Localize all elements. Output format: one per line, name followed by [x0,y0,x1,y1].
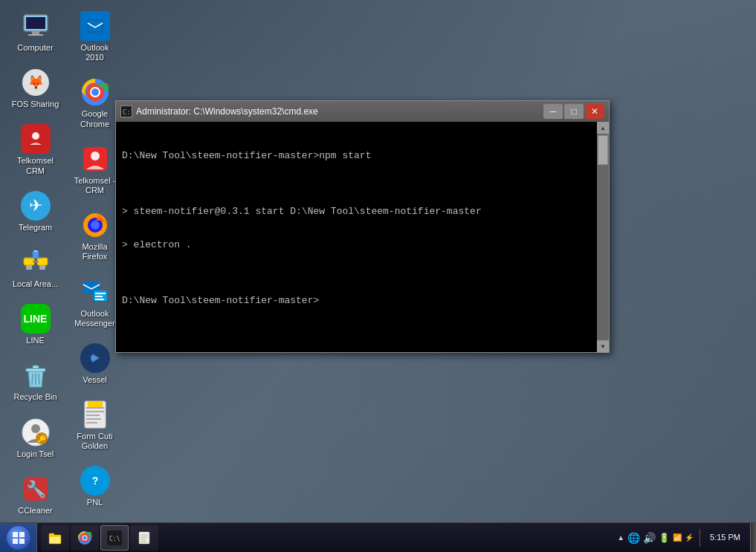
taskbar-item-notepad[interactable] [130,525,158,551]
svg-rect-14 [29,257,42,259]
svg-rect-63 [50,537,60,543]
desktop-icon-outlook2010[interactable]: Outlook 2010 [67,7,123,66]
tray-arrow-icon[interactable]: ▲ [617,533,624,542]
svg-rect-15 [34,250,37,252]
desktop-icon-recycle-bin[interactable]: Recycle Bin [7,357,63,406]
svg-rect-27 [88,20,103,32]
tray-divider [700,529,700,547]
svg-rect-49 [86,415,100,416]
scrollbar-down-arrow[interactable]: ▼ [597,340,609,352]
scrollbar-thumb[interactable] [598,135,608,165]
svg-text:C:\: C:\ [109,536,120,542]
cmd-minimize-button[interactable]: ─ [543,104,563,119]
desktop-icon-pnl[interactable]: ? PNL [67,462,123,511]
svg-rect-3 [32,31,39,34]
cmd-window-buttons: ─ □ ✕ [543,104,604,119]
cmd-maximize-button[interactable]: □ [564,104,584,119]
taskbar: C:\ ▲ � [0,522,756,552]
desktop: Computer 🦊 FOS Sharing Telkomsel [0,0,756,552]
desktop-icon-computer[interactable]: Computer [7,7,63,56]
desktop-icon-telkomsel-crm[interactable]: Telkomsel - CRM [67,140,123,199]
svg-rect-10 [33,261,39,262]
svg-rect-9 [37,258,48,265]
cmd-titlebar: C:\ Administrator: C:\Windows\system32\c… [116,101,609,122]
recycle-bin-label: Recycle Bin [13,392,56,402]
svg-rect-51 [86,422,97,423]
start-orb [7,526,30,550]
svg-point-34 [91,152,100,160]
taskbar-item-cmd[interactable]: C:\ [100,525,129,551]
cmd-close-button[interactable]: ✕ [585,104,604,119]
scrollbar-up-arrow[interactable]: ▲ [597,122,609,134]
desktop-icon-vessel[interactable]: Vessel [67,340,123,389]
svg-rect-12 [39,265,45,270]
cmd-scrollbar[interactable]: ▲ ▼ [597,122,609,352]
outlook-messenger-label: Outlook Messenger [71,309,119,328]
tray-volume-icon[interactable]: 🔊 [643,532,656,544]
svg-point-67 [83,536,87,539]
start-button[interactable] [0,523,37,553]
desktop-icon-login-tsel[interactable]: 🔑 Login Tsel [7,414,63,463]
desktop-icon-telkomsel-crm-top[interactable]: Telkomsel CRM [7,120,63,179]
cmd-window: C:\ Administrator: C:\Windows\system32\c… [115,100,610,353]
telegram-label: Telegram [19,223,52,233]
desktop-icon-outlook-messenger[interactable]: Outlook Messenger [67,273,123,332]
system-clock[interactable]: 5:15 PM [706,532,744,543]
svg-rect-57 [13,532,18,537]
svg-rect-52 [88,401,103,407]
ccleaner-label: CCleaner [18,506,52,516]
svg-text:🔑: 🔑 [37,435,47,444]
svg-rect-42 [95,299,104,300]
svg-rect-40 [95,293,106,294]
taskbar-notepad-icon [137,530,152,545]
desktop-icon-fos-sharing[interactable]: 🦊 FOS Sharing [7,64,63,113]
desktop-icon-form-cuti[interactable]: Form Cuti Golden [67,396,123,455]
line-label: LINE [26,336,44,345]
cmd-title: Administrator: C:\Windows\system32\cmd.e… [136,106,540,117]
taskbar-item-explorer[interactable] [41,525,69,551]
fos-sharing-label: FOS Sharing [12,100,59,109]
cmd-body[interactable]: D:\New Tool\steem-notifier-master>npm st… [116,122,609,352]
svg-rect-48 [86,411,104,412]
taskbar-cmd-icon: C:\ [107,530,122,545]
tray-network-icon[interactable]: 🌐 [627,532,640,544]
svg-rect-17 [33,366,39,368]
svg-rect-16 [26,368,45,371]
taskbar-items: C:\ [37,523,611,552]
tray-battery-icon[interactable]: 🔋 [659,533,670,543]
svg-point-37 [91,221,100,230]
cmd-line-6: D:\New Tool\steem-notifier-master> [122,295,591,306]
svg-rect-58 [19,532,25,537]
login-tsel-label: Login Tsel [17,449,54,459]
desktop-icon-mozilla-firefox[interactable]: Mozilla Firefox [67,207,123,265]
desktop-icon-ccleaner[interactable]: 🔧 CCleaner [7,470,63,519]
desktop-icon-google-chrome[interactable]: Google Chrome [67,74,123,132]
cmd-icon: C:\ [120,105,132,117]
google-chrome-label: Google Chrome [71,109,119,129]
form-cuti-label: Form Cuti Golden [71,432,119,451]
local-area-label: Local Area... [13,279,58,289]
svg-rect-70 [139,532,149,544]
svg-rect-50 [86,418,101,420]
pnl-label: PNL [87,498,103,507]
clock-time: 5:15 PM [710,532,740,543]
cmd-content: D:\New Tool\steem-notifier-master>npm st… [116,122,597,352]
taskbar-item-chrome[interactable] [71,525,99,551]
desktop-icon-local-area[interactable]: Local Area... [7,244,63,293]
svg-point-7 [32,132,39,140]
computer-label: Computer [17,43,53,53]
vessel-label: Vessel [83,375,106,385]
cmd-line-4: > electron . [122,239,591,250]
svg-rect-11 [26,265,32,270]
svg-rect-2 [26,17,45,29]
mozilla-firefox-label: Mozilla Firefox [71,242,119,262]
desktop-icon-line[interactable]: LINE LINE [7,300,63,349]
cmd-line-1: D:\New Tool\steem-notifier-master>npm st… [122,150,591,161]
outlook2010-label: Outlook 2010 [71,43,119,62]
svg-rect-59 [13,539,18,544]
show-desktop-button[interactable] [750,523,756,553]
desktop-icon-telegram[interactable]: ✈ Telegram [7,187,63,236]
svg-line-20 [39,374,39,385]
tray-signal-icon: 📶 [673,533,682,542]
telkomsel-crm-label: Telkomsel - CRM [71,176,119,195]
